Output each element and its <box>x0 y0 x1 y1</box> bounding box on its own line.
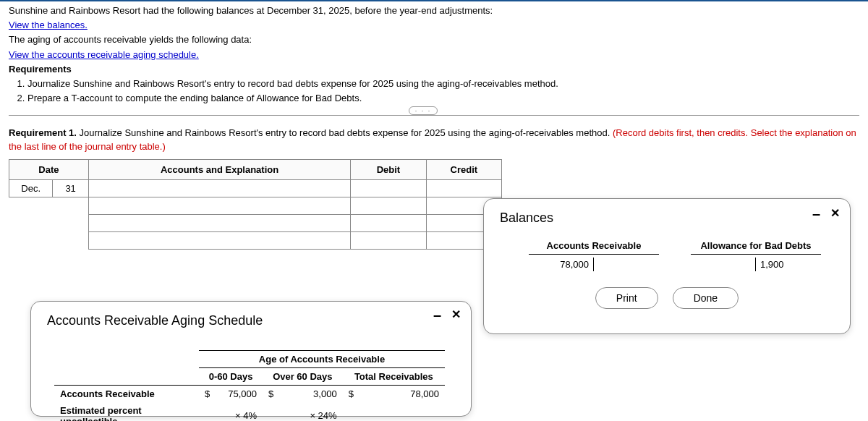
credit-input-row1[interactable] <box>427 180 501 197</box>
date-day: 31 <box>53 179 88 197</box>
ar-debit-value: 78,000 <box>529 258 594 258</box>
allowance-credit-value: 1,900 <box>756 258 821 258</box>
account-input-row4[interactable] <box>89 232 350 249</box>
close-icon[interactable]: ✕ <box>830 206 840 220</box>
ar-header: Accounts Receivable <box>529 240 659 255</box>
balances-title: Balances <box>500 210 834 226</box>
more-icon[interactable]: · · · <box>409 106 438 115</box>
date-month: Dec. <box>9 179 53 197</box>
requirements-heading: Requirements <box>9 63 859 76</box>
requirement-1-label: Requirement 1. <box>9 127 77 138</box>
intro-line-1: Sunshine and Rainbows Resort had the fol… <box>9 4 859 17</box>
debit-input-row3[interactable] <box>351 215 425 231</box>
requirement-1-text: Requirement 1. Journalize Sunshine and R… <box>9 127 859 153</box>
allowance-header: Allowance for Bad Debts <box>691 240 821 255</box>
debit-header: Debit <box>351 159 426 179</box>
debit-input-row2[interactable] <box>351 197 425 214</box>
accounts-receivable-t-account: Accounts Receivable 78,000 <box>529 240 659 258</box>
credit-header: Credit <box>426 159 501 179</box>
date-header: Date <box>9 159 89 179</box>
accounts-header: Accounts and Explanation <box>88 159 350 179</box>
account-input-row1[interactable] <box>89 180 350 197</box>
debit-input-row4[interactable] <box>351 232 425 249</box>
allowance-debit-value <box>691 258 756 258</box>
debit-input-row1[interactable] <box>351 180 425 197</box>
requirement-item-2: Prepare a T-account to compute the endin… <box>27 92 859 105</box>
allowance-t-account: Allowance for Bad Debts 1,900 <box>691 240 821 258</box>
minimize-icon[interactable]: – <box>812 210 820 217</box>
balances-popup: – ✕ Balances Accounts Receivable 78,000 … <box>483 198 851 258</box>
requirement-item-1: Journalize Sunshine and Rainbows Resort'… <box>27 77 859 90</box>
ar-credit-value <box>594 258 659 258</box>
intro-line-2: The aging of accounts receivable yields … <box>9 33 859 46</box>
account-input-row2[interactable] <box>89 197 350 214</box>
account-input-row3[interactable] <box>89 215 350 231</box>
view-balances-link[interactable]: View the balances. <box>9 20 88 30</box>
view-aging-link[interactable]: View the accounts receivable aging sched… <box>9 49 199 60</box>
journal-entry-table: Date Accounts and Explanation Debit Cred… <box>9 159 502 250</box>
